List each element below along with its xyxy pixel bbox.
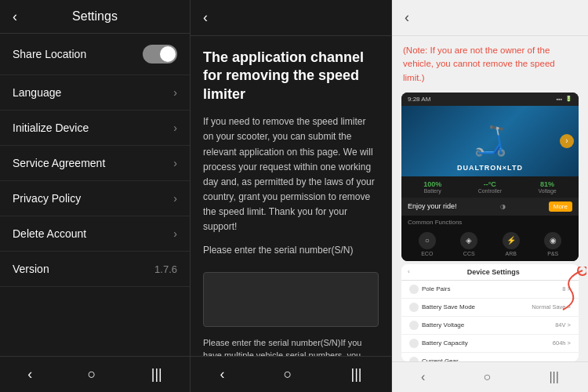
arb-icon: ⚡ [503, 232, 520, 249]
menu-item-version: Version 1.7.6 [0, 252, 190, 287]
middle-content: The application channel for removing the… [191, 36, 391, 356]
pole-pairs-value: 8 > [562, 285, 571, 292]
ds-row-battery-voltage[interactable]: Battery Voltage 84V > [401, 317, 579, 335]
settings-menu: Share Location Language › Initialize Dev… [0, 34, 190, 356]
ps-label: P&S [547, 251, 558, 256]
battery-voltage-label: Battery Voltage [409, 321, 464, 330]
device-settings-header: ‹ Device Settings [401, 264, 579, 281]
battery-save-value: Normal Save > [532, 303, 571, 310]
share-location-right [143, 45, 177, 64]
left-back-button[interactable]: ‹ [13, 9, 17, 25]
service-chevron-icon: › [173, 157, 177, 169]
scooter-hero: 🛴 DUALTRON×LTD › [401, 106, 579, 176]
menu-item-language[interactable]: Language › [0, 75, 190, 111]
eco-button[interactable]: ○ ECO [419, 232, 436, 256]
ds-row-battery-save[interactable]: Battery Save Mode Normal Save > [401, 299, 579, 317]
battery-label: Battery [423, 188, 441, 194]
battery-capacity-label: Battery Capacity [409, 339, 468, 348]
temp-stat: --°C Controller [478, 180, 502, 194]
menu-item-initialize[interactable]: Initialize Device › [0, 111, 190, 146]
ccs-icon: ◈ [460, 232, 477, 249]
scooter-image: 🛴 [473, 125, 508, 158]
signal-icon: ▪▪▪ [557, 96, 562, 102]
middle-back-button[interactable]: ‹ [203, 9, 208, 26]
battery-save-label: Battery Save Mode [409, 303, 475, 312]
ccs-label: CCS [463, 251, 475, 256]
right-back-button[interactable]: ‹ [405, 9, 409, 26]
ccs-button[interactable]: ◈ CCS [460, 232, 477, 256]
left-nav-back-icon[interactable]: ‹ [27, 366, 32, 383]
delete-account-label: Delete Account [13, 227, 86, 240]
menu-item-share-location[interactable]: Share Location [0, 34, 190, 75]
common-functions-label: Common Functions [401, 216, 579, 227]
middle-nav-home-icon[interactable]: ○ [284, 366, 292, 383]
ps-button[interactable]: ◉ P&S [544, 232, 561, 256]
eco-label: ECO [421, 251, 433, 256]
svg-point-0 [578, 267, 586, 275]
right-nav-back-icon[interactable]: ‹ [421, 370, 425, 384]
arb-label: ARB [506, 251, 517, 256]
device-settings-rows: Pole Pairs 8 > Battery Save Mode Normal … [401, 281, 579, 361]
temp-value: --°C [478, 180, 502, 188]
language-chevron-icon: › [173, 86, 177, 99]
privacy-chevron-icon: › [173, 192, 177, 205]
ps-icon: ◉ [544, 232, 561, 249]
status-icons: ▪▪▪ 🔋 [557, 96, 572, 102]
right-panel: ‹ (Note: If you are not the owner of the… [392, 0, 588, 392]
scooter-app-mockup: 9:28 AM ▪▪▪ 🔋 🛴 DUALTRON×LTD › 100% Batt… [401, 93, 579, 261]
ds-back-icon[interactable]: ‹ [408, 268, 410, 275]
app-time: 9:28 AM [408, 96, 430, 103]
right-nav-home-icon[interactable]: ○ [484, 370, 492, 384]
middle-nav-back-icon[interactable]: ‹ [220, 366, 225, 383]
more-button[interactable]: More [549, 201, 572, 212]
language-label: Language [13, 86, 61, 99]
share-location-label: Share Location [13, 48, 86, 60]
next-arrow-icon[interactable]: › [560, 134, 574, 148]
arb-button[interactable]: ⚡ ARB [503, 232, 520, 256]
middle-top-bar: ‹ [191, 0, 391, 36]
menu-item-service[interactable]: Service Agreement › [0, 146, 190, 181]
battery-stat: 100% Battery [423, 180, 441, 194]
share-location-toggle[interactable] [143, 45, 177, 64]
enjoy-text: Enjoy your ride! [408, 202, 457, 210]
left-nav-recent-icon[interactable]: ||| [151, 366, 162, 383]
right-top-bar: ‹ [392, 0, 588, 36]
middle-panel: ‹ The application channel for removing t… [191, 0, 392, 392]
ds-row-battery-capacity[interactable]: Battery Capacity 604h > [401, 335, 579, 353]
eco-icon: ○ [419, 232, 436, 249]
initialize-label: Initialize Device [13, 122, 89, 134]
battery-capacity-value: 604h > [553, 339, 571, 347]
toggle-icon[interactable]: ◑ [500, 203, 506, 210]
left-panel: ‹ Settings Share Location Language › Ini… [0, 0, 191, 392]
enjoy-bar: Enjoy your ride! ◑ More [401, 198, 579, 216]
left-nav-home-icon[interactable]: ○ [88, 366, 96, 383]
warning-text: (Note: If you are not the owner of the v… [392, 36, 588, 93]
left-panel-title: Settings [72, 9, 118, 24]
menu-item-privacy[interactable]: Privacy Policy › [0, 181, 190, 216]
serial-number-input[interactable] [203, 272, 379, 327]
left-top-bar: ‹ Settings [0, 0, 190, 34]
delete-account-chevron-icon: › [173, 227, 177, 240]
middle-nav-recent-icon[interactable]: ||| [350, 366, 361, 383]
temp-label: Controller [478, 188, 502, 194]
app-header: 9:28 AM ▪▪▪ 🔋 [401, 93, 579, 106]
privacy-label: Privacy Policy [13, 192, 81, 205]
ds-row-current-gear[interactable]: Current Gear [401, 353, 579, 361]
icon-grid: ○ ECO ◈ CCS ⚡ ARB ◉ P&S [401, 227, 579, 261]
menu-item-delete-account[interactable]: Delete Account › [0, 216, 190, 252]
service-label: Service Agreement [13, 157, 105, 169]
stats-bar: 100% Battery --°C Controller 81% Voltage [401, 176, 579, 198]
right-nav-recent-icon[interactable]: ||| [549, 370, 558, 384]
serial-secondary-text: Please enter the serial number(S/N)If yo… [203, 336, 379, 356]
device-settings-mockup: ‹ Device Settings Pole Pairs 8 > Battery… [401, 264, 579, 361]
voltage-stat: 81% Voltage [538, 180, 556, 194]
device-settings-title: Device Settings [415, 268, 572, 276]
initialize-chevron-icon: › [173, 122, 177, 134]
pole-pairs-label: Pole Pairs [409, 285, 450, 294]
voltage-value: 81% [538, 180, 556, 188]
ds-row-pole-pairs[interactable]: Pole Pairs 8 > [401, 281, 579, 299]
battery-value: 100% [423, 180, 441, 188]
middle-bottom-nav: ‹ ○ ||| [191, 356, 391, 392]
version-value: 1.7.6 [154, 263, 177, 275]
left-bottom-nav: ‹ ○ ||| [0, 356, 190, 392]
